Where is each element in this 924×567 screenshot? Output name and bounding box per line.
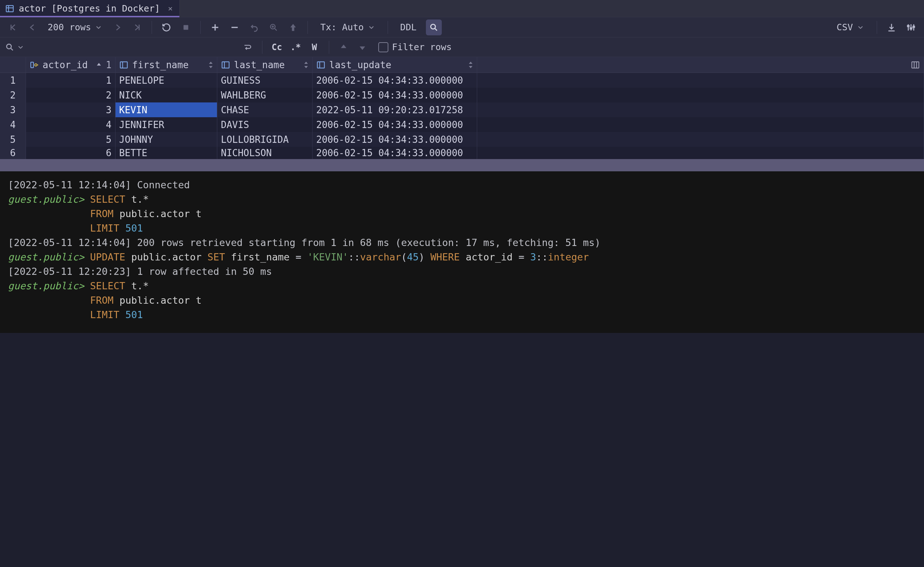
cell-tail bbox=[477, 132, 924, 147]
grid-body[interactable]: 11PENELOPEGUINESS2006-02-15 04:34:33.000… bbox=[0, 73, 924, 159]
svg-rect-17 bbox=[31, 62, 33, 68]
transaction-mode-dropdown[interactable]: Tx: Auto bbox=[314, 20, 381, 35]
db-console[interactable]: [2022-05-11 12:14:04] Connected guest.pu… bbox=[0, 171, 924, 333]
cell-actor-id[interactable]: 6 bbox=[26, 147, 116, 159]
next-page-button[interactable] bbox=[110, 20, 126, 35]
export-format-label: CSV bbox=[837, 22, 853, 33]
cell-actor-id[interactable]: 3 bbox=[26, 102, 116, 117]
column-header-tail[interactable] bbox=[477, 57, 924, 73]
log-timestamp: [2022-05-11 12:14:04] bbox=[8, 237, 131, 248]
table-row[interactable]: 11PENELOPEGUINESS2006-02-15 04:34:33.000… bbox=[0, 73, 924, 88]
first-page-button[interactable] bbox=[5, 20, 21, 35]
log-msg: 1 row affected in 50 ms bbox=[137, 266, 272, 277]
row-number[interactable]: 6 bbox=[0, 147, 26, 159]
cell-actor-id[interactable]: 4 bbox=[26, 117, 116, 132]
cell-last-update[interactable]: 2006-02-15 04:34:33.000000 bbox=[313, 117, 477, 132]
local-search-input[interactable] bbox=[27, 42, 229, 52]
remove-row-button[interactable] bbox=[227, 20, 243, 35]
column-icon bbox=[316, 60, 326, 70]
cell-last-name[interactable]: DAVIS bbox=[217, 117, 313, 132]
cell-actor-id[interactable]: 2 bbox=[26, 88, 116, 102]
preview-changes-button[interactable] bbox=[266, 20, 281, 35]
words-toggle[interactable]: W bbox=[307, 40, 322, 54]
row-number[interactable]: 1 bbox=[0, 73, 26, 88]
sort-toggle-icon bbox=[468, 61, 473, 69]
table-row[interactable]: 66BETTENICHOLSON2006-02-15 04:34:33.0000… bbox=[0, 147, 924, 159]
local-search[interactable] bbox=[5, 42, 236, 52]
key-column-icon bbox=[30, 60, 39, 70]
regex-toggle[interactable]: .* bbox=[288, 40, 303, 54]
chevron-down-icon bbox=[367, 24, 376, 32]
cell-actor-id[interactable]: 1 bbox=[26, 73, 116, 88]
row-number[interactable]: 5 bbox=[0, 132, 26, 147]
table-row[interactable]: 44JENNIFERDAVIS2006-02-15 04:34:33.00000… bbox=[0, 117, 924, 132]
row-number[interactable]: 3 bbox=[0, 102, 26, 117]
result-grid: actor_id 1 first_name last_name bbox=[0, 57, 924, 171]
cell-last-update[interactable]: 2006-02-15 04:34:33.000000 bbox=[313, 147, 477, 159]
chevron-down-icon bbox=[95, 24, 102, 32]
checkbox-icon bbox=[378, 42, 388, 52]
cell-first-name[interactable]: BETTE bbox=[116, 147, 217, 159]
sql-keyword: LIMIT bbox=[90, 222, 119, 234]
settings-button[interactable] bbox=[903, 20, 919, 35]
column-header-last-update[interactable]: last_update bbox=[313, 57, 477, 73]
tab-close-icon[interactable]: × bbox=[168, 4, 173, 13]
cell-first-name[interactable]: NICK bbox=[116, 88, 217, 102]
filter-bar: Cc .* W Filter rows bbox=[0, 38, 924, 57]
cell-last-update[interactable]: 2006-02-15 04:34:33.000000 bbox=[313, 132, 477, 147]
sql-keyword: FROM bbox=[90, 208, 114, 219]
table-row[interactable]: 22NICKWAHLBERG2006-02-15 04:34:33.000000 bbox=[0, 88, 924, 102]
toolbar-separator bbox=[308, 21, 308, 34]
filter-rows-label: Filter rows bbox=[392, 42, 452, 52]
match-case-toggle[interactable]: Cc bbox=[270, 40, 284, 54]
column-header-last-name[interactable]: last_name bbox=[217, 57, 313, 73]
cell-last-name[interactable]: GUINESS bbox=[217, 73, 313, 88]
cell-last-name[interactable]: WAHLBERG bbox=[217, 88, 313, 102]
row-number[interactable]: 4 bbox=[0, 117, 26, 132]
cell-last-name[interactable]: LOLLOBRIGIDA bbox=[217, 132, 313, 147]
pane-splitter[interactable] bbox=[0, 159, 924, 171]
download-button[interactable] bbox=[883, 20, 900, 35]
cell-first-name[interactable]: JENNIFER bbox=[116, 117, 217, 132]
revert-button[interactable] bbox=[246, 20, 262, 35]
cell-first-name[interactable]: KEVIN bbox=[116, 102, 217, 117]
column-header-actor-id[interactable]: actor_id 1 bbox=[26, 57, 116, 73]
table-row[interactable]: 33KEVINCHASE2022-05-11 09:20:23.017258 bbox=[0, 102, 924, 117]
cell-last-update[interactable]: 2022-05-11 09:20:23.017258 bbox=[313, 102, 477, 117]
cell-first-name[interactable]: PENELOPE bbox=[116, 73, 217, 88]
newline-toggle[interactable] bbox=[240, 40, 255, 54]
cell-actor-id[interactable]: 5 bbox=[26, 132, 116, 147]
cell-tail bbox=[477, 102, 924, 117]
submit-button[interactable] bbox=[285, 20, 301, 35]
editor-tab-actor[interactable]: actor [Postgres in Docker] × bbox=[0, 0, 180, 17]
columns-config-icon[interactable] bbox=[910, 60, 920, 70]
find-next-button[interactable] bbox=[355, 40, 370, 54]
column-header-first-name[interactable]: first_name bbox=[116, 57, 217, 73]
table-row[interactable]: 55JOHNNYLOLLOBRIGIDA2006-02-15 04:34:33.… bbox=[0, 132, 924, 147]
filter-rows-toggle[interactable]: Filter rows bbox=[378, 42, 452, 52]
row-number[interactable]: 2 bbox=[0, 88, 26, 102]
console-prompt: guest.public> bbox=[8, 251, 84, 262]
console-prompt: guest.public> bbox=[8, 280, 84, 291]
cell-last-name[interactable]: NICHOLSON bbox=[217, 147, 313, 159]
search-icon bbox=[5, 42, 14, 52]
find-button[interactable] bbox=[426, 20, 442, 35]
find-prev-button[interactable] bbox=[337, 40, 351, 54]
cell-first-name[interactable]: JOHNNY bbox=[116, 132, 217, 147]
column-name: last_name bbox=[234, 60, 285, 70]
export-format-dropdown[interactable]: CSV bbox=[831, 20, 870, 35]
cell-last-update[interactable]: 2006-02-15 04:34:33.000000 bbox=[313, 88, 477, 102]
reload-button[interactable] bbox=[158, 20, 174, 35]
ddl-button[interactable]: DDL bbox=[395, 20, 422, 35]
prev-page-button[interactable] bbox=[24, 20, 41, 35]
sql-keyword: SELECT bbox=[90, 194, 126, 205]
page-size-dropdown[interactable]: 200 rows bbox=[44, 22, 106, 33]
transaction-mode-label: Tx: Auto bbox=[320, 22, 364, 33]
last-page-button[interactable] bbox=[129, 20, 145, 35]
log-msg: Connected bbox=[137, 179, 190, 190]
add-row-button[interactable] bbox=[207, 20, 223, 35]
grid-corner[interactable] bbox=[0, 57, 26, 73]
cell-last-name[interactable]: CHASE bbox=[217, 102, 313, 117]
cell-last-update[interactable]: 2006-02-15 04:34:33.000000 bbox=[313, 73, 477, 88]
stop-button[interactable] bbox=[178, 20, 194, 35]
